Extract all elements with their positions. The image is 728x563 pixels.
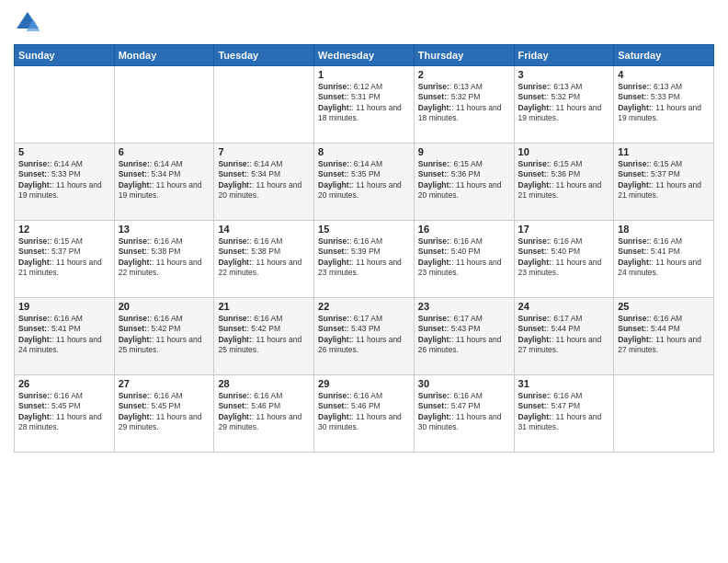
cell-line: Sunrise:: 6:17 AM xyxy=(418,314,483,323)
cell-line: Daylight:: 11 hours and 29 minutes. xyxy=(119,412,202,431)
calendar-cell: 26Sunrise:: 6:16 AMSunset:: 5:45 PMDayli… xyxy=(15,375,115,453)
cell-line: Sunrise:: 6:16 AM xyxy=(119,314,183,323)
calendar-cell: 7Sunrise:: 6:14 AMSunset:: 5:34 PMDaylig… xyxy=(214,144,314,221)
day-header-wednesday: Wednesday xyxy=(314,45,415,66)
calendar-cell: 31Sunrise:: 6:16 AMSunset:: 5:47 PMDayli… xyxy=(514,375,614,453)
day-number: 31 xyxy=(518,378,610,389)
cell-line: Daylight:: 11 hours and 23 minutes. xyxy=(318,258,402,277)
cell-line: Daylight:: 11 hours and 18 minutes. xyxy=(418,103,502,122)
calendar-cell: 18Sunrise:: 6:16 AMSunset:: 5:41 PMDayli… xyxy=(614,221,714,298)
calendar-cell: 20Sunrise:: 6:16 AMSunset:: 5:42 PMDayli… xyxy=(114,298,214,375)
calendar-cell: 3Sunrise:: 6:13 AMSunset:: 5:32 PMDaylig… xyxy=(514,66,614,144)
cell-line: Sunset:: 5:44 PM xyxy=(618,324,680,333)
cell-line: Sunrise:: 6:16 AM xyxy=(518,236,583,246)
calendar-cell xyxy=(614,375,714,453)
day-number: 3 xyxy=(518,69,610,80)
cell-line: Daylight:: 11 hours and 19 minutes. xyxy=(618,103,701,122)
cell-line: Daylight:: 11 hours and 25 minutes. xyxy=(119,335,202,354)
cell-line: Sunrise:: 6:13 AM xyxy=(618,82,682,91)
calendar-cell: 6Sunrise:: 6:14 AMSunset:: 5:34 PMDaylig… xyxy=(114,144,214,221)
cell-text: Sunrise:: 6:16 AMSunset:: 5:39 PMDayligh… xyxy=(318,236,410,279)
calendar-cell: 25Sunrise:: 6:16 AMSunset:: 5:44 PMDayli… xyxy=(614,298,714,375)
cell-line: Sunrise:: 6:16 AM xyxy=(218,314,282,323)
day-number: 8 xyxy=(318,146,410,157)
cell-text: Sunrise:: 6:16 AMSunset:: 5:47 PMDayligh… xyxy=(418,391,510,433)
cell-line: Sunrise:: 6:12 AM xyxy=(318,82,382,91)
calendar-cell: 15Sunrise:: 6:16 AMSunset:: 5:39 PMDayli… xyxy=(314,221,415,298)
cell-line: Sunset:: 5:46 PM xyxy=(318,401,381,410)
cell-text: Sunrise:: 6:16 AMSunset:: 5:42 PMDayligh… xyxy=(218,314,310,356)
calendar-cell: 5Sunrise:: 6:14 AMSunset:: 5:33 PMDaylig… xyxy=(15,144,115,221)
cell-line: Sunset:: 5:36 PM xyxy=(518,169,581,178)
cell-line: Daylight:: 11 hours and 24 minutes. xyxy=(618,258,701,277)
cell-line: Daylight:: 11 hours and 20 minutes. xyxy=(318,180,402,200)
cell-line: Daylight:: 11 hours and 19 minutes. xyxy=(119,180,202,200)
cell-line: Sunrise:: 6:17 AM xyxy=(518,314,583,323)
cell-line: Sunrise:: 6:16 AM xyxy=(418,236,483,246)
cell-line: Sunrise:: 6:15 AM xyxy=(418,159,483,168)
day-number: 20 xyxy=(119,301,210,312)
cell-line: Sunrise:: 6:16 AM xyxy=(119,391,183,400)
cell-line: Sunrise:: 6:16 AM xyxy=(119,236,183,246)
calendar-cell: 21Sunrise:: 6:16 AMSunset:: 5:42 PMDayli… xyxy=(214,298,314,375)
cell-line: Sunset:: 5:34 PM xyxy=(119,169,181,178)
cell-line: Sunrise:: 6:14 AM xyxy=(318,159,382,168)
cell-line: Daylight:: 11 hours and 31 minutes. xyxy=(518,412,602,431)
day-number: 9 xyxy=(418,146,510,157)
day-number: 16 xyxy=(418,224,510,235)
day-number: 13 xyxy=(119,224,210,235)
cell-line: Daylight:: 11 hours and 25 minutes. xyxy=(218,335,301,354)
calendar-cell: 23Sunrise:: 6:17 AMSunset:: 5:43 PMDayli… xyxy=(414,298,514,375)
cell-text: Sunrise:: 6:13 AMSunset:: 5:32 PMDayligh… xyxy=(418,82,510,124)
cell-line: Daylight:: 11 hours and 29 minutes. xyxy=(218,412,301,431)
calendar-cell xyxy=(214,66,314,144)
day-header-friday: Friday xyxy=(514,45,614,66)
day-number: 14 xyxy=(218,224,310,235)
calendar-cell: 12Sunrise:: 6:15 AMSunset:: 5:37 PMDayli… xyxy=(15,221,115,298)
cell-text: Sunrise:: 6:14 AMSunset:: 5:33 PMDayligh… xyxy=(18,159,110,201)
week-row-2: 12Sunrise:: 6:15 AMSunset:: 5:37 PMDayli… xyxy=(15,221,714,298)
cell-text: Sunrise:: 6:16 AMSunset:: 5:41 PMDayligh… xyxy=(18,314,110,356)
cell-line: Sunrise:: 6:16 AM xyxy=(18,391,83,400)
cell-line: Daylight:: 11 hours and 26 minutes. xyxy=(418,335,502,354)
calendar-cell: 19Sunrise:: 6:16 AMSunset:: 5:41 PMDayli… xyxy=(15,298,115,375)
calendar-cell: 29Sunrise:: 6:16 AMSunset:: 5:46 PMDayli… xyxy=(314,375,415,453)
cell-line: Sunset:: 5:42 PM xyxy=(218,324,280,333)
cell-text: Sunrise:: 6:16 AMSunset:: 5:40 PMDayligh… xyxy=(518,236,610,279)
cell-line: Sunrise:: 6:14 AM xyxy=(18,159,83,168)
cell-line: Sunrise:: 6:16 AM xyxy=(218,236,282,246)
cell-line: Sunset:: 5:33 PM xyxy=(18,169,81,178)
cell-line: Sunset:: 5:31 PM xyxy=(318,92,381,101)
page: SundayMondayTuesdayWednesdayThursdayFrid… xyxy=(0,0,728,563)
cell-line: Sunset:: 5:47 PM xyxy=(418,401,481,410)
cell-line: Daylight:: 11 hours and 20 minutes. xyxy=(418,180,502,200)
day-number: 25 xyxy=(618,301,710,312)
calendar-cell: 9Sunrise:: 6:15 AMSunset:: 5:36 PMDaylig… xyxy=(414,144,514,221)
cell-line: Daylight:: 11 hours and 21 minutes. xyxy=(18,258,102,277)
cell-text: Sunrise:: 6:16 AMSunset:: 5:44 PMDayligh… xyxy=(618,314,710,356)
calendar-cell: 14Sunrise:: 6:16 AMSunset:: 5:38 PMDayli… xyxy=(214,221,314,298)
cell-line: Sunset:: 5:38 PM xyxy=(218,247,280,256)
cell-line: Sunrise:: 6:16 AM xyxy=(318,391,382,400)
cell-text: Sunrise:: 6:16 AMSunset:: 5:47 PMDayligh… xyxy=(518,391,610,433)
calendar-cell: 11Sunrise:: 6:15 AMSunset:: 5:37 PMDayli… xyxy=(614,144,714,221)
day-number: 22 xyxy=(318,301,410,312)
calendar-cell: 13Sunrise:: 6:16 AMSunset:: 5:38 PMDayli… xyxy=(114,221,214,298)
day-number: 19 xyxy=(18,301,110,312)
cell-line: Daylight:: 11 hours and 21 minutes. xyxy=(618,180,701,200)
cell-line: Sunset:: 5:32 PM xyxy=(518,92,581,101)
calendar-cell: 16Sunrise:: 6:16 AMSunset:: 5:40 PMDayli… xyxy=(414,221,514,298)
day-number: 12 xyxy=(18,224,110,235)
calendar-cell xyxy=(114,66,214,144)
calendar-cell: 22Sunrise:: 6:17 AMSunset:: 5:43 PMDayli… xyxy=(314,298,415,375)
cell-line: Daylight:: 11 hours and 28 minutes. xyxy=(18,412,102,431)
day-header-tuesday: Tuesday xyxy=(214,45,314,66)
cell-text: Sunrise:: 6:16 AMSunset:: 5:42 PMDayligh… xyxy=(119,314,210,356)
day-number: 21 xyxy=(218,301,310,312)
cell-text: Sunrise:: 6:15 AMSunset:: 5:36 PMDayligh… xyxy=(418,159,510,201)
cell-line: Sunset:: 5:36 PM xyxy=(418,169,481,178)
cell-line: Sunset:: 5:45 PM xyxy=(119,401,181,410)
day-number: 23 xyxy=(418,301,510,312)
cell-line: Daylight:: 11 hours and 20 minutes. xyxy=(218,180,301,200)
cell-text: Sunrise:: 6:15 AMSunset:: 5:36 PMDayligh… xyxy=(518,159,610,201)
